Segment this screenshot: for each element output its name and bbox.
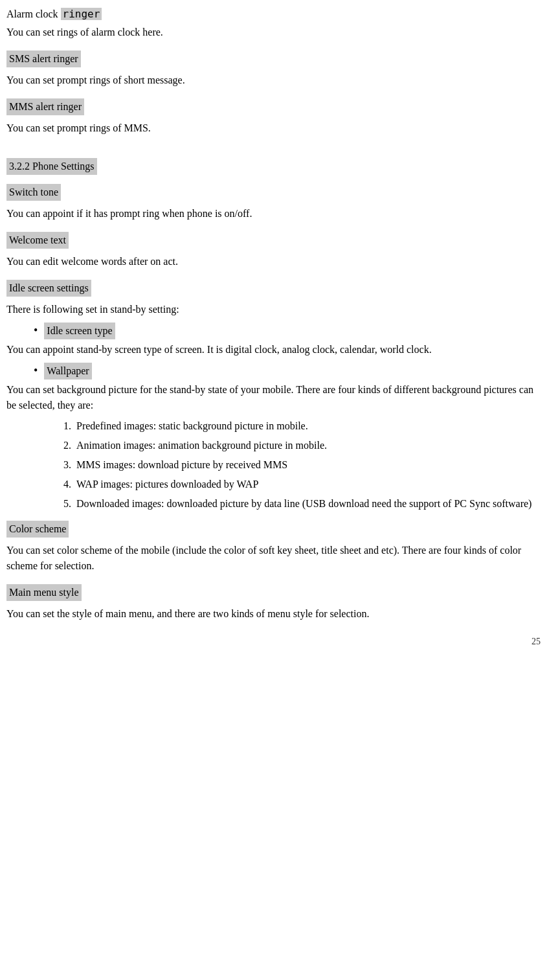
- numbered-item-2: 2. Animation images: animation backgroun…: [58, 438, 541, 453]
- idle-screen-settings-heading: Idle screen settings: [6, 280, 91, 297]
- alarm-clock-section: Alarm clock ringer You can set rings of …: [6, 6, 541, 40]
- wallpaper-label: Wallpaper: [44, 363, 91, 380]
- color-scheme-description: You can set color scheme of the mobile (…: [6, 543, 541, 574]
- page-number: 25: [6, 635, 541, 648]
- welcome-text-description: You can edit welcome words after on act.: [6, 254, 541, 269]
- alarm-clock-code: ringer: [61, 8, 102, 20]
- mms-alert-description: You can set prompt rings of MMS.: [6, 120, 541, 136]
- switch-tone-description: You can appoint if it has prompt ring wh…: [6, 206, 541, 221]
- bullet-dot-2: •: [34, 363, 38, 379]
- numbered-item-5: 5. Downloaded images: downloaded picture…: [58, 496, 541, 512]
- numbered-text-5: Downloaded images: downloaded picture by…: [76, 496, 541, 512]
- numbered-text-4: WAP images: pictures downloaded by WAP: [76, 477, 541, 492]
- wallpaper-bullet: • Wallpaper: [34, 363, 541, 380]
- numbered-text-3: MMS images: download picture by received…: [76, 457, 541, 473]
- idle-screen-intro: There is following set in stand-by setti…: [6, 302, 541, 317]
- wallpaper-description: You can set background picture for the s…: [6, 382, 541, 413]
- bullet-dot-1: •: [34, 323, 38, 339]
- main-menu-style-description: You can set the style of main menu, and …: [6, 606, 541, 622]
- idle-screen-type-bullet: • Idle screen type: [34, 323, 541, 339]
- num-5: 5.: [58, 496, 76, 512]
- sms-alert-description: You can set prompt rings of short messag…: [6, 73, 541, 88]
- numbered-item-1: 1. Predefined images: static background …: [58, 418, 541, 434]
- numbered-text-2: Animation images: animation background p…: [76, 438, 541, 453]
- alarm-clock-heading: Alarm clock ringer: [6, 6, 541, 22]
- switch-tone-heading: Switch tone: [6, 184, 61, 201]
- mms-alert-section: MMS alert ringer You can set prompt ring…: [6, 93, 541, 136]
- num-3: 3.: [58, 457, 76, 473]
- color-scheme-section: Color scheme You can set color scheme of…: [6, 515, 541, 574]
- numbered-item-4: 4. WAP images: pictures downloaded by WA…: [58, 477, 541, 492]
- alarm-clock-description: You can set rings of alarm clock here.: [6, 25, 541, 40]
- color-scheme-heading: Color scheme: [6, 521, 69, 538]
- welcome-text-heading: Welcome text: [6, 232, 69, 249]
- num-4: 4.: [58, 477, 76, 492]
- main-menu-style-heading: Main menu style: [6, 584, 82, 601]
- num-1: 1.: [58, 418, 76, 434]
- phone-settings-section: 3.2.2 Phone Settings: [6, 152, 541, 179]
- sms-alert-heading: SMS alert ringer: [6, 51, 81, 67]
- idle-screen-type-description: You can appoint stand-by screen type of …: [6, 342, 541, 357]
- numbered-text-1: Predefined images: static background pic…: [76, 418, 541, 434]
- sms-alert-section: SMS alert ringer You can set prompt ring…: [6, 45, 541, 88]
- welcome-text-section: Welcome text You can edit welcome words …: [6, 227, 541, 269]
- phone-settings-heading: 3.2.2 Phone Settings: [6, 158, 97, 175]
- num-2: 2.: [58, 438, 76, 453]
- idle-screen-settings-section: Idle screen settings There is following …: [6, 275, 541, 512]
- mms-alert-heading: MMS alert ringer: [6, 98, 84, 115]
- switch-tone-section: Switch tone You can appoint if it has pr…: [6, 179, 541, 221]
- wallpaper-numbered-list: 1. Predefined images: static background …: [58, 418, 541, 512]
- idle-screen-type-label: Idle screen type: [44, 323, 115, 339]
- main-menu-style-section: Main menu style You can set the style of…: [6, 579, 541, 622]
- alarm-clock-label: Alarm clock: [6, 8, 61, 19]
- numbered-item-3: 3. MMS images: download picture by recei…: [58, 457, 541, 473]
